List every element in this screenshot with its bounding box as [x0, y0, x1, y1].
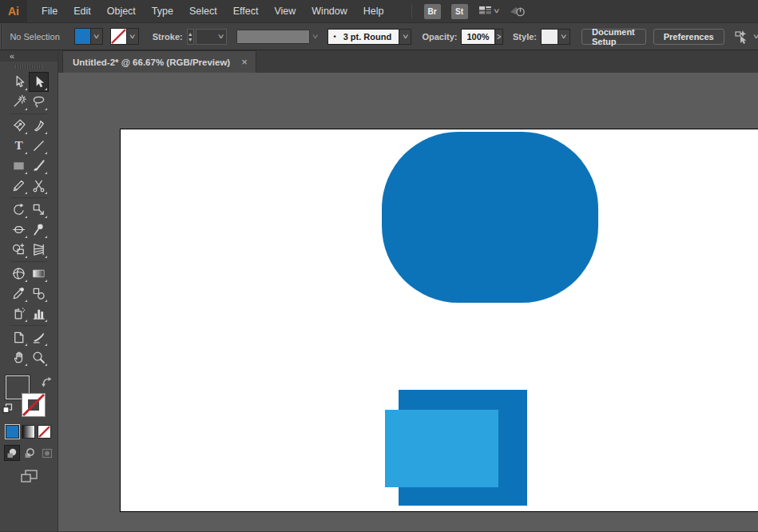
panel-grip[interactable] — [0, 23, 3, 50]
stroke-weight-combo[interactable]: ˅ — [196, 29, 228, 45]
draw-mode-buttons — [0, 445, 58, 461]
stock-button[interactable]: St — [451, 4, 468, 19]
gradient-tool[interactable] — [29, 264, 49, 284]
mesh-tool[interactable] — [9, 264, 29, 284]
perspective-grid-tool[interactable] — [29, 240, 49, 260]
flyout-corner-icon — [45, 88, 47, 90]
fill-color-control[interactable]: ˅ — [74, 28, 103, 45]
tools-drag-handle[interactable] — [0, 62, 58, 72]
flyout-corner-icon — [25, 172, 27, 174]
menu-items: FileEditObjectTypeSelectEffectViewWindow… — [34, 0, 392, 23]
swap-fill-stroke-icon[interactable] — [39, 375, 54, 392]
puppet-warp-tool[interactable] — [29, 220, 49, 240]
flyout-corner-icon — [25, 152, 27, 154]
fill-color-swatch[interactable] — [74, 28, 91, 45]
style-chevron-button[interactable]: ˅ — [558, 29, 570, 45]
width-profile-control[interactable]: ˅ — [236, 30, 317, 44]
document-tab[interactable]: Untitled-2* @ 66.67% (RGB/Preview) × — [62, 50, 256, 73]
width-tool[interactable] — [9, 220, 29, 240]
brush-definition-control[interactable]: • 3 pt. Round ˅ — [327, 29, 411, 45]
close-icon[interactable]: × — [241, 58, 248, 66]
menubar-divider — [411, 4, 412, 18]
draw-normal-mode[interactable] — [4, 445, 20, 461]
stroke-label: Stroke: — [153, 32, 183, 42]
artboard-tool[interactable] — [9, 328, 29, 347]
scale-tool[interactable] — [29, 200, 49, 220]
flyout-corner-icon — [25, 216, 27, 218]
front-rectangle-shape[interactable] — [385, 410, 498, 487]
zoom-tool[interactable] — [29, 347, 49, 367]
flyout-corner-icon — [25, 88, 27, 90]
canvas-pasteboard[interactable] — [58, 73, 758, 531]
gpu-performance[interactable] — [509, 5, 526, 18]
menu-item-file[interactable]: File — [34, 0, 65, 23]
rectangle-tool[interactable] — [9, 156, 29, 176]
brush-definition-field[interactable]: • 3 pt. Round — [327, 29, 399, 45]
selection-tool[interactable] — [29, 72, 49, 92]
illustrator-logo: Ai — [0, 0, 27, 23]
stroke-color-indicator[interactable] — [22, 393, 46, 417]
bridge-button[interactable]: Br — [424, 4, 441, 19]
style-swatch[interactable] — [541, 29, 558, 45]
menu-item-help[interactable]: Help — [355, 0, 392, 23]
graphic-style-control[interactable]: ˅ — [541, 29, 570, 45]
symbol-sprayer-tool[interactable] — [9, 304, 29, 324]
scissors-tool[interactable] — [29, 176, 49, 196]
magic-wand-tool[interactable] — [9, 92, 29, 112]
flyout-corner-icon — [45, 108, 47, 110]
menu-item-edit[interactable]: Edit — [65, 0, 99, 23]
brush-chevron-button[interactable]: ˅ — [399, 29, 411, 45]
document-area: Untitled-2* @ 66.67% (RGB/Preview) × — [58, 50, 758, 531]
opacity-arrow-button[interactable]: ˅ — [495, 29, 503, 45]
rounded-blob-shape[interactable] — [382, 132, 598, 303]
flyout-corner-icon — [45, 256, 47, 258]
paintbrush-tool[interactable] — [29, 156, 49, 176]
menubar-right-icons: Br St ˅ — [411, 4, 526, 19]
fill-chevron-button[interactable]: ˅ — [91, 28, 103, 45]
select-similar-control[interactable]: ˅ — [733, 29, 758, 45]
default-fill-stroke-icon[interactable] — [2, 403, 13, 417]
stroke-weight-stepper[interactable]: ▲▼ — [187, 29, 194, 45]
workspace-switcher[interactable]: ˅ — [478, 5, 498, 18]
document-setup-button[interactable]: Document Setup — [581, 29, 646, 45]
document-tab-title: Untitled-2* @ 66.67% (RGB/Preview) — [73, 58, 230, 67]
menu-item-select[interactable]: Select — [181, 0, 225, 23]
menu-bar: Ai FileEditObjectTypeSelectEffectViewWin… — [0, 0, 758, 23]
collapse-panel-button[interactable]: « — [10, 52, 14, 60]
slice-tool[interactable] — [29, 328, 49, 347]
none-button[interactable] — [38, 425, 51, 439]
selection-status: No Selection — [10, 32, 59, 42]
lasso-tool[interactable] — [29, 92, 49, 112]
stroke-color-control[interactable]: ˅ — [110, 28, 139, 45]
width-profile-dropdown[interactable] — [236, 30, 310, 44]
shape-builder-tool[interactable] — [9, 240, 29, 260]
opacity-label: Opacity: — [422, 32, 457, 42]
direct-selection-tool[interactable] — [9, 72, 29, 92]
menu-item-effect[interactable]: Effect — [225, 0, 267, 23]
hand-tool[interactable] — [9, 347, 29, 367]
menu-item-type[interactable]: Type — [144, 0, 181, 23]
svg-text:T: T — [14, 138, 22, 152]
draw-behind-mode[interactable] — [22, 445, 38, 461]
flyout-corner-icon — [45, 300, 47, 302]
menu-item-view[interactable]: View — [266, 0, 304, 23]
shaper-tool[interactable] — [9, 176, 29, 196]
curvature-tool[interactable] — [29, 116, 49, 136]
stroke-none-swatch[interactable] — [110, 28, 127, 45]
opacity-field[interactable]: 100% — [461, 29, 494, 45]
menu-item-window[interactable]: Window — [304, 0, 355, 23]
type-tool[interactable]: T — [9, 136, 29, 156]
line-segment-tool[interactable] — [29, 136, 49, 156]
gradient-button[interactable] — [22, 425, 35, 439]
preferences-button[interactable]: Preferences — [653, 29, 724, 45]
pen-tool[interactable] — [9, 116, 29, 136]
column-graph-tool[interactable] — [29, 304, 49, 324]
eyedropper-tool[interactable] — [9, 284, 29, 304]
rotate-tool[interactable] — [9, 200, 29, 220]
menu-item-object[interactable]: Object — [99, 0, 144, 23]
color-button[interactable] — [6, 425, 19, 439]
stroke-chevron-button[interactable]: ˅ — [127, 28, 139, 45]
screen-mode-control[interactable] — [0, 467, 58, 485]
blend-tool[interactable] — [29, 284, 49, 304]
flyout-corner-icon — [45, 152, 47, 154]
